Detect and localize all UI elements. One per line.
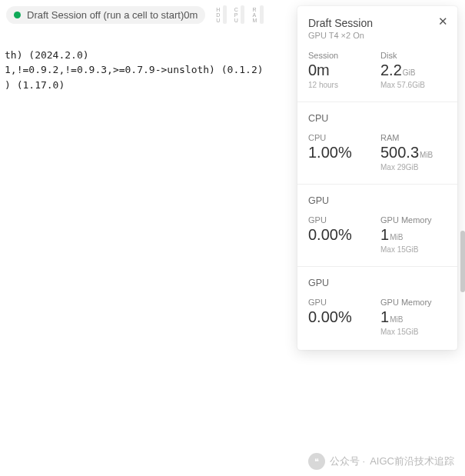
scrollbar-thumb[interactable] — [460, 231, 465, 292]
mini-meter-label: CPU — [234, 7, 239, 23]
mini-meter-ram[interactable]: RAM — [252, 5, 263, 24]
metric-label: GPU Memory — [380, 298, 447, 307]
metric-disk: Disk 2.2 GiB Max 57.6GiB — [380, 51, 447, 89]
metric-sub: Max 15GiB — [380, 245, 447, 254]
section-title: GPU — [308, 195, 447, 206]
metric-cpu: CPU 1.00% — [308, 133, 374, 171]
mini-meter-hdu[interactable]: HDU — [216, 5, 227, 24]
mini-meter-label: RAM — [252, 7, 257, 23]
session-status-text: Draft Session off (run a cell to start)0… — [27, 9, 198, 21]
mini-meter-cpu[interactable]: CPU — [234, 5, 245, 24]
metric-value: 0.00% — [308, 308, 352, 326]
output-line: th) (2024.2.0) — [5, 49, 89, 61]
metric-label: Session — [308, 51, 374, 60]
section-title: CPU — [308, 113, 447, 124]
mini-bar-icon — [260, 5, 264, 24]
metric-sub: Max 29GiB — [380, 163, 447, 171]
metric-value: 500.3 — [380, 144, 419, 161]
metric-sub: Max 15GiB — [380, 328, 447, 336]
section-title: GPU — [308, 278, 447, 288]
metric-label: GPU Memory — [380, 215, 447, 225]
metric-gpu-mem: GPU Memory 1 MiB Max 15GiB — [380, 298, 447, 336]
mini-meters: HDU CPU RAM — [216, 5, 263, 24]
metric-label: GPU — [308, 298, 374, 307]
metric-value: 1 — [380, 226, 389, 244]
metric-value: 0m — [308, 62, 330, 79]
mini-bar-icon — [241, 5, 244, 24]
metric-gpu-mem: GPU Memory 1 MiB Max 15GiB — [380, 215, 447, 254]
panel-title: Draft Session — [308, 17, 447, 29]
panel-header: Draft Session GPU T4 ×2 On ✕ — [297, 6, 457, 48]
cpu-section: CPU CPU 1.00% RAM 500.3 MiB Max 29GiB — [297, 102, 457, 184]
session-section: Session 0m 12 hours Disk 2.2 GiB Max 57.… — [297, 48, 457, 102]
mini-meter-label: HDU — [216, 7, 221, 23]
metric-label: GPU — [308, 215, 374, 225]
watermark-prefix: 公众号 · — [330, 454, 365, 468]
mini-bar-icon — [223, 5, 227, 24]
gpu-section-1: GPU GPU 0.00% GPU Memory 1 MiB Max 15GiB — [297, 184, 457, 266]
metric-unit: MiB — [390, 233, 403, 241]
metric-sub: Max 57.6GiB — [380, 81, 447, 89]
metric-unit: GiB — [403, 68, 416, 77]
metric-unit: MiB — [420, 151, 433, 159]
status-dot-icon — [14, 12, 21, 18]
watermark: ❝ 公众号 · AIGC前沿技术追踪 — [308, 453, 454, 470]
session-status-pill[interactable]: Draft Session off (run a cell to start)0… — [6, 6, 205, 24]
output-line: 1,!=0.9.2,!=0.9.3,>=0.7.9->unsloth) (0.1… — [5, 64, 264, 75]
gpu-section-2: GPU GPU 0.00% GPU Memory 1 MiB Max 15GiB — [297, 266, 457, 348]
metric-value: 1.00% — [308, 144, 352, 161]
output-line: ) (1.17.0) — [5, 79, 65, 91]
metric-value: 0.00% — [308, 226, 352, 244]
metric-sub: 12 hours — [308, 81, 374, 89]
metric-value: 1 — [380, 308, 389, 326]
metric-session: Session 0m 12 hours — [308, 51, 374, 89]
wechat-icon: ❝ — [308, 453, 325, 470]
metric-label: Disk — [380, 51, 447, 60]
metric-unit: MiB — [390, 315, 403, 324]
metric-ram: RAM 500.3 MiB Max 29GiB — [380, 133, 447, 171]
panel-subtitle: GPU T4 ×2 On — [308, 31, 447, 40]
watermark-text: AIGC前沿技术追踪 — [370, 454, 454, 468]
metric-label: CPU — [308, 133, 374, 142]
metric-gpu-util: GPU 0.00% — [308, 298, 374, 336]
metric-gpu-util: GPU 0.00% — [308, 215, 374, 254]
metric-label: RAM — [380, 133, 447, 142]
resource-panel: Draft Session GPU T4 ×2 On ✕ Session 0m … — [297, 6, 457, 350]
close-icon[interactable]: ✕ — [438, 15, 448, 27]
metric-value: 2.2 — [380, 62, 402, 79]
